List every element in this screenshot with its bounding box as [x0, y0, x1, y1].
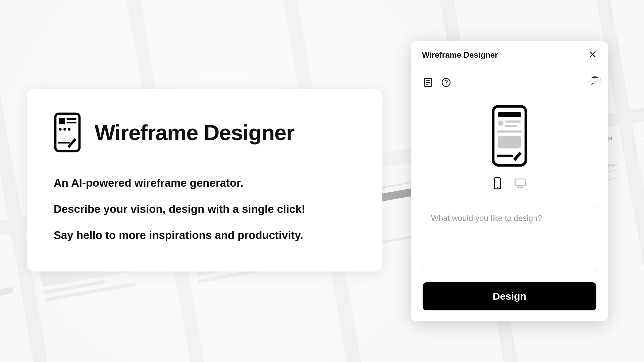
design-button[interactable]: Design	[423, 282, 596, 310]
svg-rect-1	[59, 118, 65, 124]
svg-point-6	[68, 128, 70, 131]
promo-line-2: Describe your vision, design with a sing…	[54, 203, 356, 216]
svg-rect-15	[498, 112, 521, 117]
help-icon[interactable]	[441, 77, 451, 89]
app-title: Wireframe Designer	[422, 50, 498, 60]
promo-line-1: An AI-powered wireframe generator.	[54, 177, 356, 189]
svg-rect-20	[498, 136, 521, 148]
app-logo-icon	[54, 112, 81, 153]
svg-point-13	[446, 84, 446, 85]
svg-rect-24	[515, 179, 526, 186]
svg-point-16	[498, 120, 503, 126]
promo-panel: Wireframe Designer An AI-powered wirefra…	[27, 89, 382, 272]
design-prompt-input[interactable]	[423, 206, 596, 272]
app-panel: Wireframe Designer	[411, 41, 608, 321]
document-icon[interactable]	[423, 77, 433, 89]
svg-point-5	[63, 128, 66, 131]
desktop-device-icon[interactable]	[514, 178, 527, 190]
svg-point-4	[59, 128, 62, 131]
wireframe-hero-icon	[491, 104, 528, 168]
svg-point-23	[497, 187, 498, 188]
promo-line-3: Say hello to more inspirations and produ…	[54, 229, 356, 242]
mobile-device-icon[interactable]	[492, 177, 502, 191]
close-icon[interactable]	[588, 50, 597, 60]
promo-title: Wireframe Designer	[95, 120, 294, 145]
